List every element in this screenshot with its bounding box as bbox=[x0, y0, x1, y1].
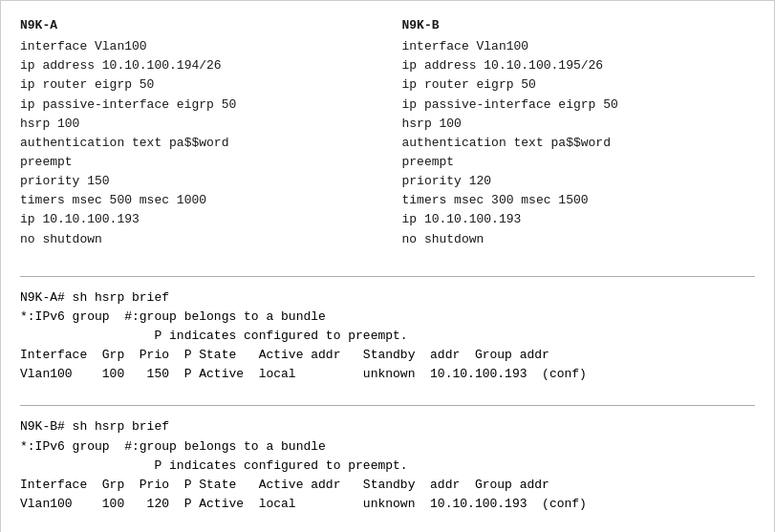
hsrp-b-block: N9K-B# sh hsrp brief *:IPv6 group #:grou… bbox=[20, 417, 755, 514]
left-column: N9K-A interface Vlan100 ip address 10.10… bbox=[20, 16, 393, 249]
hsrp-b-header: Interface Grp Prio P State Active addr S… bbox=[20, 476, 755, 495]
right-line-10: ip 10.10.100.193 bbox=[402, 210, 756, 229]
left-device-label: N9K-A bbox=[20, 16, 374, 35]
hsrp-b-row: Vlan100 100 120 P Active local unknown 1… bbox=[20, 495, 755, 514]
right-line-3: ip router eigrp 50 bbox=[402, 75, 756, 95]
right-line-5: hsrp 100 bbox=[402, 115, 756, 134]
left-line-2: ip address 10.10.100.194/26 bbox=[20, 56, 374, 75]
hsrp-a-row: Vlan100 100 150 P Active local unknown 1… bbox=[20, 365, 755, 384]
right-line-7: preempt bbox=[402, 153, 756, 172]
separator-2 bbox=[20, 405, 755, 406]
left-line-1: interface Vlan100 bbox=[20, 37, 374, 56]
left-line-4: ip passive-interface eigrp 50 bbox=[20, 96, 374, 115]
right-line-9: timers msec 300 msec 1500 bbox=[402, 191, 756, 210]
hsrp-a-ipv6-line: *:IPv6 group #:group belongs to a bundle bbox=[20, 308, 755, 327]
hsrp-a-block: N9K-A# sh hsrp brief *:IPv6 group #:grou… bbox=[20, 288, 755, 385]
left-line-9: timers msec 500 msec 1000 bbox=[20, 191, 374, 210]
hsrp-a-preempt-line: P indicates configured to preempt. bbox=[20, 327, 755, 346]
left-line-8: priority 150 bbox=[20, 172, 374, 191]
hsrp-b-preempt-line: P indicates configured to preempt. bbox=[20, 457, 755, 476]
left-line-11: no shutdown bbox=[20, 230, 374, 249]
right-line-11: no shutdown bbox=[402, 230, 756, 249]
right-line-1: interface Vlan100 bbox=[402, 37, 756, 56]
separator-1 bbox=[20, 276, 755, 277]
right-line-4: ip passive-interface eigrp 50 bbox=[402, 96, 756, 115]
right-column: N9K-B interface Vlan100 ip address 10.10… bbox=[393, 16, 756, 249]
left-line-3: ip router eigrp 50 bbox=[20, 75, 374, 95]
left-line-5: hsrp 100 bbox=[20, 115, 374, 134]
hsrp-b-prompt: N9K-B# sh hsrp brief bbox=[20, 417, 755, 436]
right-line-2: ip address 10.10.100.195/26 bbox=[402, 56, 756, 75]
hsrp-a-prompt: N9K-A# sh hsrp brief bbox=[20, 288, 755, 308]
right-device-label: N9K-B bbox=[402, 16, 756, 35]
hsrp-a-header: Interface Grp Prio P State Active addr S… bbox=[20, 346, 755, 365]
right-line-6: authentication text pa$$word bbox=[402, 134, 756, 153]
main-container: N9K-A interface Vlan100 ip address 10.10… bbox=[0, 0, 775, 532]
left-line-7: preempt bbox=[20, 153, 374, 172]
right-line-8: priority 120 bbox=[402, 172, 756, 191]
left-line-10: ip 10.10.100.193 bbox=[20, 210, 374, 229]
left-line-6: authentication text pa$$word bbox=[20, 134, 374, 153]
hsrp-b-ipv6-line: *:IPv6 group #:group belongs to a bundle bbox=[20, 437, 755, 457]
config-section: N9K-A interface Vlan100 ip address 10.10… bbox=[20, 16, 755, 249]
